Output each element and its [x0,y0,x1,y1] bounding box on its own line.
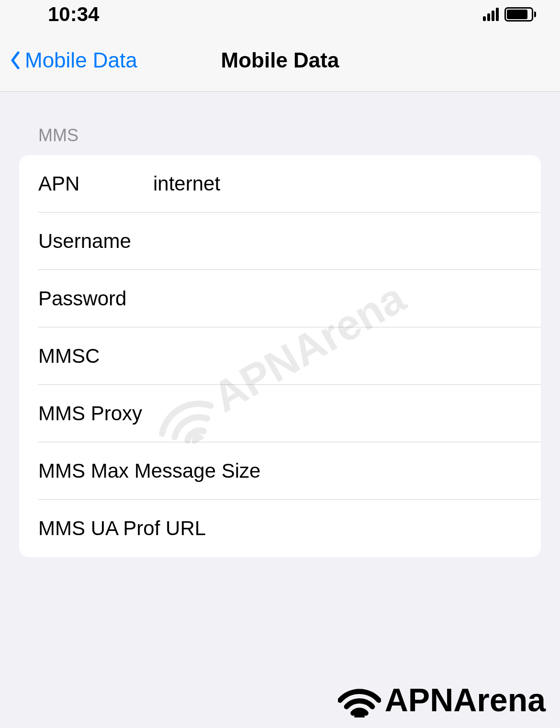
row-mms-ua-prof-url[interactable]: MMS UA Prof URL [19,500,541,557]
branding-text: APNArena [385,681,546,718]
input-mms-proxy[interactable] [142,402,522,425]
row-mms-max-size[interactable]: MMS Max Message Size [19,442,541,500]
svg-point-1 [357,714,362,717]
row-label-mms-proxy: MMS Proxy [38,402,142,425]
row-label-apn: APN [38,172,153,195]
status-time: 10:34 [48,3,99,26]
row-label-mms-ua-prof-url: MMS UA Prof URL [38,517,206,540]
back-label: Mobile Data [25,48,137,72]
row-mms-proxy[interactable]: MMS Proxy [19,385,541,442]
settings-group-mms: APN Username Password MMSC MMS Proxy MMS… [19,155,541,557]
input-password[interactable] [153,287,522,310]
back-button[interactable]: Mobile Data [10,48,137,72]
content: MMS APN Username Password MMSC MMS Proxy… [0,92,560,557]
section-header-mms: MMS [0,125,560,155]
row-label-mmsc: MMSC [38,345,153,368]
status-icons [483,7,536,22]
chevron-left-icon [10,50,21,71]
row-label-mms-max-size: MMS Max Message Size [38,459,260,482]
input-mms-ua-prof-url[interactable] [206,517,522,540]
row-username[interactable]: Username [19,213,541,270]
row-label-username: Username [38,230,153,253]
branding: APNArena [338,681,546,718]
page-title: Mobile Data [221,48,339,72]
row-label-password: Password [38,287,153,310]
row-password[interactable]: Password [19,270,541,327]
navigation-bar: Mobile Data Mobile Data [0,29,560,92]
row-mmsc[interactable]: MMSC [19,327,541,385]
row-apn[interactable]: APN [19,155,541,213]
battery-icon [504,7,536,22]
wifi-icon [338,683,381,717]
input-mmsc[interactable] [153,345,522,368]
input-mms-max-size[interactable] [260,459,522,482]
input-username[interactable] [153,230,522,253]
cellular-signal-icon [483,8,499,21]
input-apn[interactable] [153,172,522,195]
status-bar: 10:34 [0,0,560,29]
